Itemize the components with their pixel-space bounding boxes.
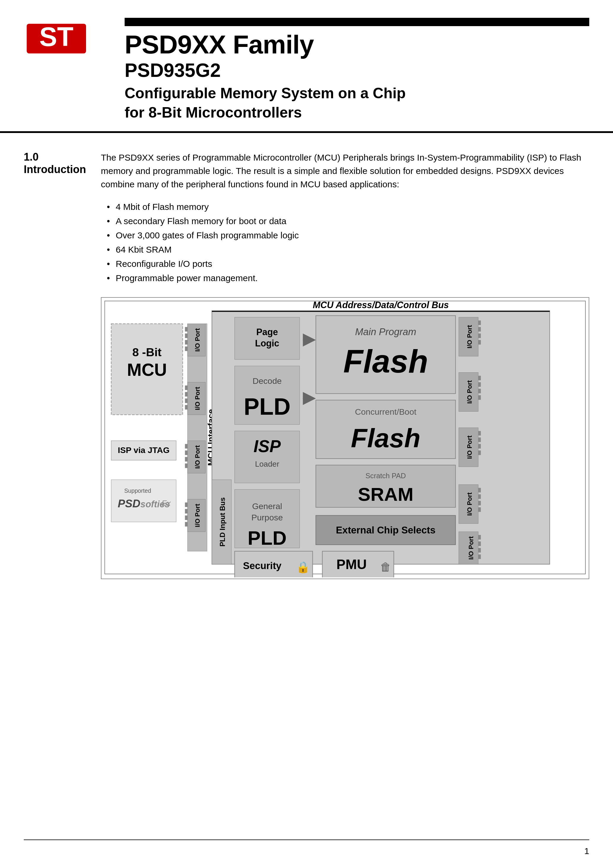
svg-text:🗑: 🗑 — [380, 561, 391, 573]
svg-rect-19 — [185, 334, 187, 338]
st-logo: ST — [24, 21, 89, 56]
svg-rect-86 — [478, 376, 481, 380]
product-family: PSD9XX Family — [125, 31, 589, 57]
svg-text:I/O Port: I/O Port — [466, 325, 473, 349]
svg-text:PSD: PSD — [118, 497, 140, 510]
bullet-item-5: Reconfigurable I/O ports — [107, 257, 589, 271]
svg-rect-39 — [185, 522, 187, 527]
svg-rect-106 — [478, 548, 481, 552]
footer: 1 — [24, 840, 589, 856]
svg-text:I/O Port: I/O Port — [466, 436, 473, 459]
svg-text:ST: ST — [39, 22, 73, 52]
svg-rect-93 — [478, 437, 481, 442]
svg-rect-100 — [478, 501, 481, 505]
svg-rect-26 — [185, 399, 187, 403]
svg-rect-30 — [185, 444, 187, 448]
svg-text:I/O Port: I/O Port — [194, 328, 201, 352]
svg-rect-20 — [185, 340, 187, 345]
svg-text:🔒: 🔒 — [296, 561, 310, 574]
svg-rect-82 — [478, 334, 481, 338]
bullet-item-2: A secondary Flash memory for boot or dat… — [107, 214, 589, 228]
svg-rect-95 — [478, 451, 481, 455]
svg-text:Security: Security — [243, 560, 282, 571]
svg-text:I/O Port: I/O Port — [467, 536, 475, 560]
svg-text:Supported: Supported — [124, 487, 151, 494]
svg-text:Loader: Loader — [255, 460, 279, 469]
svg-rect-31 — [185, 451, 187, 455]
svg-rect-32 — [185, 457, 187, 462]
bullet-item-6: Programmable power management. — [107, 271, 589, 285]
svg-text:Scratch PAD: Scratch PAD — [365, 472, 406, 480]
svg-text:ISP: ISP — [253, 437, 281, 456]
bullet-item-4: 64 Kbit SRAM — [107, 243, 589, 257]
intro-paragraph: The PSD9XX series of Programmable Microc… — [101, 151, 589, 191]
svg-rect-98 — [478, 488, 481, 493]
product-model: PSD935G2 — [125, 60, 589, 81]
header: ST PSD9XX Family PSD935G2 Configurable M… — [0, 0, 613, 132]
page-number: 1 — [584, 846, 589, 856]
svg-rect-33 — [185, 464, 187, 468]
svg-text:8 -Bit: 8 -Bit — [132, 346, 161, 359]
svg-rect-94 — [478, 444, 481, 448]
svg-rect-104 — [478, 535, 481, 539]
section-title: Introduction — [24, 163, 89, 176]
section-number: 1.0 — [24, 151, 89, 163]
svg-rect-105 — [478, 541, 481, 546]
header-black-bar — [125, 18, 589, 26]
svg-rect-24 — [185, 386, 187, 390]
bullet-item-1: 4 Mbit of Flash memory — [107, 200, 589, 214]
section-label: 1.0 Introduction — [24, 151, 101, 579]
svg-rect-107 — [478, 555, 481, 559]
svg-rect-27 — [185, 405, 187, 410]
svg-rect-80 — [478, 321, 481, 325]
chip-diagram-svg: 8 -Bit MCU ISP via JTAG Supported PSD so… — [102, 298, 589, 577]
svg-rect-99 — [478, 494, 481, 499]
svg-rect-37 — [185, 509, 187, 513]
svg-text:Ex: Ex — [162, 499, 171, 508]
svg-rect-83 — [478, 340, 481, 345]
svg-text:I/O Port: I/O Port — [194, 445, 201, 469]
svg-text:External Chip Selects: External Chip Selects — [336, 524, 436, 536]
bullet-list: 4 Mbit of Flash memory A secondary Flash… — [107, 200, 589, 285]
svg-text:I/O Port: I/O Port — [194, 387, 201, 411]
svg-text:MCU: MCU — [127, 360, 167, 380]
svg-text:Flash: Flash — [343, 343, 428, 380]
svg-text:Main Program: Main Program — [355, 326, 416, 337]
svg-text:Concurrent/Boot: Concurrent/Boot — [355, 407, 416, 417]
svg-text:SRAM: SRAM — [358, 484, 413, 505]
svg-text:PMU: PMU — [336, 556, 367, 572]
svg-text:I/O Port: I/O Port — [466, 380, 473, 404]
svg-text:MCU Address/Data/Control Bus: MCU Address/Data/Control Bus — [313, 300, 449, 310]
svg-text:Purpose: Purpose — [251, 513, 283, 522]
svg-rect-18 — [185, 327, 187, 332]
bullet-item-3: Over 3,000 gates of Flash programmable l… — [107, 228, 589, 243]
svg-text:ISP via JTAG: ISP via JTAG — [118, 446, 169, 455]
title-area: PSD9XX Family PSD935G2 Configurable Memo… — [125, 18, 589, 122]
svg-rect-101 — [478, 507, 481, 512]
svg-text:I/O Port: I/O Port — [466, 492, 473, 516]
svg-rect-81 — [478, 327, 481, 332]
svg-text:PLD: PLD — [244, 394, 291, 420]
svg-rect-88 — [478, 389, 481, 393]
svg-text:PLD: PLD — [248, 527, 286, 549]
svg-text:Decode: Decode — [252, 376, 282, 386]
svg-rect-21 — [185, 347, 187, 351]
content-area: 1.0 Introduction The PSD9XX series of Pr… — [0, 132, 613, 597]
svg-text:Logic: Logic — [255, 338, 279, 349]
logo-area: ST — [24, 21, 107, 57]
svg-text:Page: Page — [256, 327, 278, 337]
section-content: The PSD9XX series of Programmable Microc… — [101, 151, 589, 579]
svg-rect-25 — [185, 392, 187, 397]
chip-diagram: 8 -Bit MCU ISP via JTAG Supported PSD so… — [101, 297, 589, 579]
svg-rect-38 — [185, 516, 187, 520]
svg-rect-87 — [478, 382, 481, 387]
svg-rect-36 — [185, 502, 187, 507]
svg-text:General: General — [252, 501, 282, 511]
svg-text:I/O Port: I/O Port — [194, 504, 201, 527]
svg-rect-92 — [478, 431, 481, 436]
product-desc: Configurable Memory System on a Chipfor … — [125, 84, 589, 122]
svg-text:Flash: Flash — [351, 423, 420, 453]
svg-text:PLD Input Bus: PLD Input Bus — [218, 498, 226, 547]
svg-rect-89 — [478, 395, 481, 400]
